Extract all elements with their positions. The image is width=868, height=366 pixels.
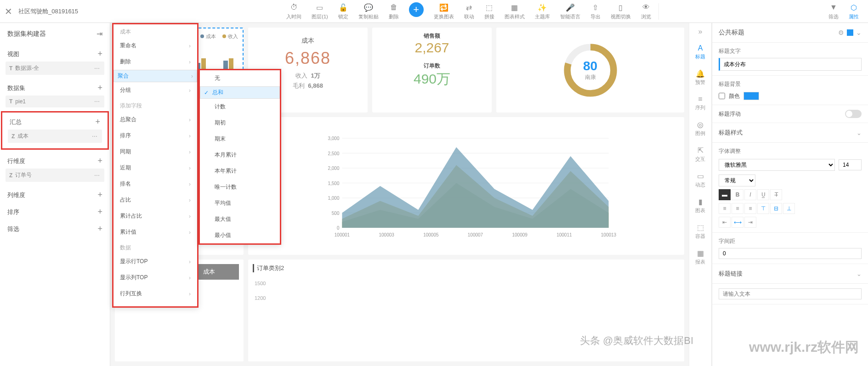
tool-view[interactable]: ▯视图切换 [606,1,635,21]
rtab-legend[interactable]: ◎图例 [695,116,705,141]
menu-item[interactable]: 行列互换› [113,286,197,302]
tool-lock[interactable]: 🔓锁定 [334,1,353,21]
tool-copy[interactable]: 💬复制粘贴 [354,1,383,21]
italic-button[interactable]: I [744,189,756,200]
gear-icon[interactable]: ⚙ [838,29,844,36]
tool-filter[interactable]: ▼筛选 [824,1,843,21]
rtab-inter[interactable]: ⇱交互 [695,141,705,167]
float-toggle[interactable] [845,110,862,118]
aggregate-option[interactable]: 本月累计 [200,147,280,163]
menu-item[interactable]: 累计值› [113,224,197,240]
rtab-report[interactable]: ▦报表 [695,244,705,270]
aggregate-option[interactable]: 本年累计 [200,163,280,179]
menu-item[interactable]: 同期› [113,144,197,160]
collapse-icon[interactable]: ⇥ [96,29,102,38]
menu-item[interactable]: 排序› [113,128,197,144]
summary-item[interactable]: Z 成本 ⋯ [8,130,102,143]
indent-right-button[interactable]: ⇥ [744,217,756,228]
add-icon[interactable]: + [95,117,100,127]
more-icon[interactable]: ⋯ [92,133,98,140]
aggregate-option[interactable]: 唯一计数 [200,179,280,195]
aggregate-option[interactable]: 最大值 [200,211,280,227]
underline-button[interactable]: U̲ [757,189,769,200]
tool-link[interactable]: ⇄联动 [460,1,479,21]
add-icon[interactable]: + [97,190,102,200]
tool-join[interactable]: ⬚拼接 [480,1,499,21]
menu-item[interactable]: 占比› [113,192,197,208]
letter-spacing-input[interactable] [719,248,862,259]
menu-item[interactable]: 显示行TOP› [113,253,197,270]
menu-item[interactable]: 重命名› [113,38,197,54]
font-size-input[interactable] [839,159,862,170]
font-family-select[interactable]: 微软雅黑 [719,159,835,171]
checkbox-icon[interactable] [847,29,853,36]
indent-left-button[interactable]: ⇤ [719,217,731,228]
rtab-seq[interactable]: ≡序列 [695,90,705,116]
aggregate-option[interactable]: 期末 [200,131,280,147]
aggregate-option[interactable]: 期初 [200,115,280,131]
tool-theme[interactable]: ✨主题库 [530,1,555,21]
rtab-dyn[interactable]: ▭动态 [695,167,705,193]
font-weight-select[interactable]: 常规 [719,175,755,186]
gauge-card[interactable]: 80 南康 [496,28,684,113]
add-icon[interactable]: + [97,207,102,217]
valign-bot-button[interactable]: ⊥ [783,203,795,214]
menu-item[interactable]: 删除› [113,54,197,70]
tool-layer[interactable]: ▭图层(1) [307,1,332,21]
valign-mid-button[interactable]: ⊟ [770,203,782,214]
chevron-down-icon[interactable]: ⌄ [856,29,862,36]
bold-button[interactable]: B [732,189,743,200]
strike-button[interactable]: T̶ [770,189,782,200]
more-icon[interactable]: ⋯ [94,98,101,105]
align-right-button[interactable]: ≡ [744,203,756,214]
align-left-button[interactable]: ≡ [719,203,731,214]
add-icon[interactable]: + [97,156,102,166]
tool-export[interactable]: ⇧导出 [586,1,605,21]
more-icon[interactable]: ⋯ [94,172,101,179]
rtab-warn[interactable]: 🔔预警 [695,65,705,90]
more-icon[interactable]: ⋯ [94,65,101,72]
tool-time[interactable]: ⏱入时间 [282,1,306,21]
view-item[interactable]: T 数据源-全 ⋯ [6,62,104,75]
aggregate-option[interactable]: 无 [200,70,280,86]
title-style-accordion[interactable]: 标题样式⌄ [712,123,868,143]
indent-center-button[interactable]: ⟷ [732,217,743,228]
area-chart-1[interactable]: 订单类别 05001,0001,5002,0002,5003,000100001… [248,117,684,255]
menu-item[interactable]: 聚合› [113,70,197,82]
rtab-chart[interactable]: ▮图表 [695,193,705,219]
valign-top-button[interactable]: ⊤ [757,203,769,214]
menu-item[interactable]: 分组› [113,82,197,98]
tool-props[interactable]: ⬡属性 [844,1,863,21]
dataset-item[interactable]: T pie1 ⋯ [6,96,104,107]
aggregate-option[interactable]: 计数 [200,99,280,115]
close-icon[interactable]: ✕ [5,6,18,17]
rtab-cont[interactable]: ⬚容器 [695,219,705,244]
tool-ai[interactable]: 🎤智能语言 [556,1,585,21]
aggregate-option[interactable]: 平均值 [200,195,280,211]
tool-swap[interactable]: 🔁更换图表 [429,1,459,21]
tool-browse[interactable]: 👁浏览 [636,1,656,21]
text-color-button[interactable]: ▬ [719,189,731,200]
tool-delete[interactable]: 🗑删除 [384,1,403,21]
title-link-accordion[interactable]: 标题链接⌄ [712,264,868,284]
tool-add[interactable]: + [404,1,428,21]
aggregate-option[interactable]: 最小值 [200,227,280,243]
color-swatch[interactable] [743,92,759,100]
kpi-sales-orders[interactable]: 销售额 2,267 订单数 490万 [372,28,492,113]
add-icon[interactable]: + [97,83,102,93]
align-center-button[interactable]: ≡ [732,203,743,214]
rowdim-item[interactable]: Z 订单号 ⋯ [6,169,104,182]
tool-style[interactable]: ▦图表样式 [500,1,529,21]
area-chart-2[interactable]: 订单类别2 1500 1200 [248,259,684,361]
add-icon[interactable]: + [97,224,102,234]
menu-item[interactable]: 排名› [113,176,197,192]
menu-item[interactable]: 近期› [113,160,197,176]
rtab-title[interactable]: A标题 [695,39,705,65]
menu-item[interactable]: 显示列TOP› [113,270,197,286]
title-text-input[interactable] [719,58,862,71]
more-icon[interactable]: » [698,28,703,36]
menu-item[interactable]: 累计占比› [113,208,197,224]
aggregate-option[interactable]: ✓总和 [200,86,280,99]
add-icon[interactable]: + [97,49,102,59]
bg-color-checkbox[interactable] [719,93,725,99]
